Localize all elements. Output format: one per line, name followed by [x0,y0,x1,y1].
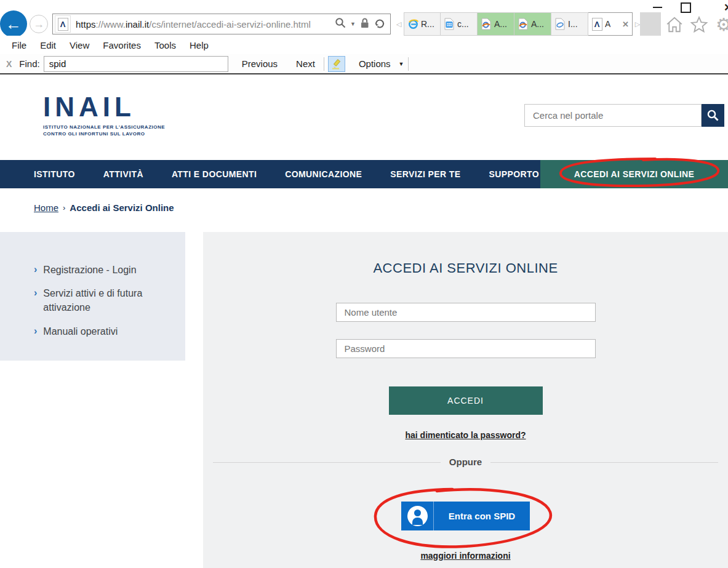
home-icon[interactable] [665,15,684,34]
find-input[interactable] [44,56,228,72]
tab-close-icon[interactable]: ✕ [622,20,629,29]
chevron-right-icon: › [34,263,37,277]
chevron-down-icon: ▼ [399,61,404,67]
tab-4[interactable]: A... [514,12,551,36]
sidebar-item-servizi-attivi[interactable]: › Servizi attivi e di futura attivazione [34,286,166,314]
highlighter-icon [331,58,342,70]
blue-doc-icon [444,18,455,30]
browser-window: ← → Λ https://www.inail.it/cs/internet/a… [0,0,728,568]
spid-login-button[interactable]: Entra con SPID [401,502,530,530]
search-icon[interactable] [335,17,346,31]
find-label: Find: [19,58,39,69]
portal-search [524,104,724,127]
nav-istituto[interactable]: ISTITUTO [0,169,89,179]
more-info-link[interactable]: maggiori informazioni [203,551,728,561]
inail-favicon: Λ [591,18,602,30]
tab-2[interactable]: c... [441,12,478,36]
forward-button[interactable]: → [30,15,48,33]
main-navigation: ISTITUTO ATTIVITÀ ATTI E DOCUMENTI COMUN… [0,160,728,188]
portal-search-input[interactable] [524,104,702,127]
tab-5[interactable]: I... [551,12,588,36]
tab-1[interactable]: R... [404,12,441,36]
find-bar: X Find: Previous Next Options ▼ [0,54,728,74]
ie-doc-icon [481,18,492,30]
sidebar-item-registrazione-login[interactable]: › Registrazione - Login [34,263,166,277]
divider [408,57,409,71]
ie-doc-icon [518,18,529,30]
oval-doc-icon [554,18,566,30]
spid-user-icon [401,502,434,530]
inail-favicon: Λ [55,15,71,33]
find-close-icon[interactable]: X [6,59,12,69]
search-icon [706,109,719,122]
favorites-star-icon[interactable] [689,15,709,34]
username-input[interactable] [336,303,596,322]
maximize-button[interactable] [674,1,697,14]
oppure-divider: Oppure [213,462,718,474]
browser-chrome: ← → Λ https://www.inail.it/cs/internet/a… [0,0,728,36]
inail-logo[interactable]: INAIL ISTITUTO NAZIONALE PER L'ASSICURAZ… [43,94,165,138]
login-title: ACCEDI AI SERVIZI ONLINE [203,260,728,276]
nav-comunicazione[interactable]: COMUNICAZIONE [271,169,376,179]
find-options-button[interactable]: Options [354,58,396,69]
breadcrumb-home-link[interactable]: Home [34,202,58,213]
accedi-button[interactable]: ACCEDI [389,386,543,415]
lock-icon [359,17,370,31]
inail-logo-text: INAIL [43,94,165,121]
chevron-right-icon: › [34,324,37,338]
sidebar-item-manuali-operativi[interactable]: › Manuali operativi [34,324,166,338]
highlight-all-button[interactable] [328,56,345,72]
refresh-icon[interactable] [374,17,385,31]
address-bar[interactable]: Λ https://www.inail.it/cs/internet/acced… [52,14,391,34]
find-next-button[interactable]: Next [291,58,320,69]
nav-accedi-ai-servizi-online[interactable]: ACCEDI AI SERVIZI ONLINE [540,160,728,188]
inail-logo-tagline: ISTITUTO NAZIONALE PER L'ASSICURAZIONE C… [43,124,165,138]
tab-active-inail[interactable]: Λ A ✕ [588,12,633,36]
menu-file[interactable]: File [5,40,33,50]
tab-3[interactable]: A... [478,12,514,36]
login-panel: ACCEDI AI SERVIZI ONLINE ACCEDI hai dime… [203,232,728,568]
breadcrumb-current: Accedi ai Servizi Online [70,202,174,213]
menu-bar: File Edit View Favorites Tools Help [0,36,728,54]
forgot-password-link[interactable]: hai dimenticato la password? [203,430,728,440]
tab-strip: ◁ R... c... A... [394,12,642,36]
portal-search-button[interactable] [702,104,724,127]
nav-attivita[interactable]: ATTIVITÀ [89,169,158,179]
search-dropdown-icon[interactable]: ▼ [350,21,356,27]
new-tab-button[interactable] [640,12,661,36]
breadcrumb-separator: › [63,203,65,212]
tab-scroll-left-icon[interactable]: ◁ [394,12,404,36]
chevron-right-icon: › [34,286,37,314]
breadcrumb: Home › Accedi ai Servizi Online [34,202,174,213]
menu-edit[interactable]: Edit [33,40,63,50]
nav-servizi-per-te[interactable]: SERVIZI PER TE [376,169,474,179]
back-button[interactable]: ← [0,10,27,38]
menu-help[interactable]: Help [183,40,215,50]
sidebar: › Registrazione - Login › Servizi attivi… [0,232,185,361]
settings-gear-icon[interactable]: ⚙ [714,15,728,34]
nav-atti-e-documenti[interactable]: ATTI E DOCUMENTI [158,169,271,179]
password-input[interactable] [336,339,596,358]
menu-favorites[interactable]: Favorites [96,40,148,50]
menu-tools[interactable]: Tools [148,40,183,50]
minimize-button[interactable] [646,1,668,14]
url-text[interactable]: https://www.inail.it/cs/internet/accedi-… [76,19,330,30]
find-previous-button[interactable]: Previous [237,58,282,69]
menu-view[interactable]: View [63,40,96,50]
close-button[interactable]: ✕ [719,1,728,14]
ie-logo-icon [407,18,418,30]
divider [324,57,324,71]
